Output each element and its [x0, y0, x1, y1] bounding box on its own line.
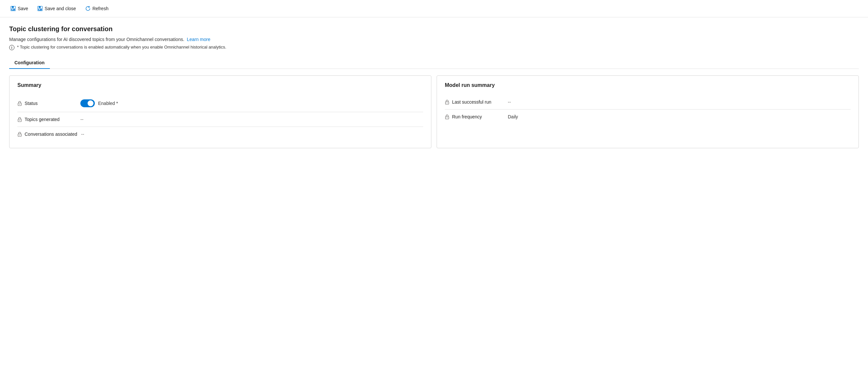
conversations-associated-value: --	[81, 131, 84, 137]
run-frequency-field-label: Run frequency	[452, 114, 482, 119]
toggle-label: Enabled *	[98, 101, 118, 106]
status-toggle[interactable]	[81, 99, 95, 107]
conversations-lock-icon	[18, 131, 22, 137]
last-successful-run-field-row: Last successful run --	[445, 95, 850, 110]
tab-configuration-label: Configuration	[14, 60, 44, 65]
conversations-associated-label: Conversations associated	[18, 131, 77, 137]
status-field-row: Status Enabled *	[18, 95, 423, 112]
svg-point-11	[19, 120, 20, 121]
run-frequency-field-row: Run frequency Daily	[445, 110, 850, 124]
last-successful-run-value: --	[508, 99, 511, 104]
page-title: Topic clustering for conversation	[9, 25, 859, 33]
summary-card-title: Summary	[18, 82, 423, 88]
note-text: * Topic clustering for conversations is …	[17, 44, 226, 50]
run-frequency-lock-icon	[445, 114, 450, 119]
svg-rect-7	[39, 9, 40, 10]
last-successful-run-label: Last successful run	[445, 99, 504, 104]
refresh-label: Refresh	[93, 6, 108, 11]
tab-configuration[interactable]: Configuration	[9, 57, 50, 68]
svg-rect-1	[12, 6, 14, 8]
page-description: Manage configurations for AI discovered …	[9, 37, 859, 42]
topics-generated-field-row: Topics generated --	[18, 112, 423, 127]
save-icon	[10, 6, 16, 11]
save-and-close-icon	[37, 6, 43, 11]
cards-row: Summary Status	[9, 75, 859, 148]
svg-point-13	[19, 135, 20, 135]
status-label: Status	[18, 101, 76, 106]
tabs-container: Configuration	[9, 57, 859, 69]
svg-rect-3	[12, 9, 13, 10]
main-content: Topic clustering for conversation Manage…	[0, 18, 868, 156]
refresh-icon	[85, 6, 91, 11]
refresh-button[interactable]: Refresh	[81, 4, 113, 13]
run-frequency-value: Daily	[508, 114, 518, 119]
info-note: i * Topic clustering for conversations i…	[9, 44, 859, 50]
svg-point-9	[19, 104, 20, 104]
last-successful-run-field-label: Last successful run	[452, 99, 491, 104]
run-frequency-label: Run frequency	[445, 114, 504, 119]
toolbar: Save Save and close Refresh	[0, 0, 868, 18]
last-run-lock-icon	[445, 99, 450, 104]
svg-point-17	[447, 117, 447, 118]
topics-generated-label: Topics generated	[18, 117, 76, 122]
save-and-close-label: Save and close	[44, 6, 76, 11]
description-text: Manage configurations for AI discovered …	[9, 37, 184, 42]
save-and-close-button[interactable]: Save and close	[33, 4, 80, 13]
svg-point-15	[447, 103, 447, 103]
status-field-label: Status	[25, 101, 38, 106]
model-run-card: Model run summary Last successful run --	[437, 75, 859, 148]
learn-more-link[interactable]: Learn more	[187, 37, 211, 42]
conversations-associated-field-row: Conversations associated --	[18, 127, 423, 141]
save-button[interactable]: Save	[6, 4, 32, 13]
save-label: Save	[18, 6, 28, 11]
topics-generated-value: --	[81, 117, 83, 122]
toggle-container: Enabled *	[81, 99, 118, 107]
model-run-card-title: Model run summary	[445, 82, 850, 88]
topics-generated-field-label: Topics generated	[25, 117, 60, 122]
summary-card: Summary Status	[9, 75, 431, 148]
topics-lock-icon	[18, 117, 22, 122]
status-lock-icon	[18, 101, 22, 106]
info-icon: i	[9, 45, 14, 50]
svg-rect-5	[39, 6, 41, 8]
conversations-associated-field-label: Conversations associated	[25, 131, 77, 137]
